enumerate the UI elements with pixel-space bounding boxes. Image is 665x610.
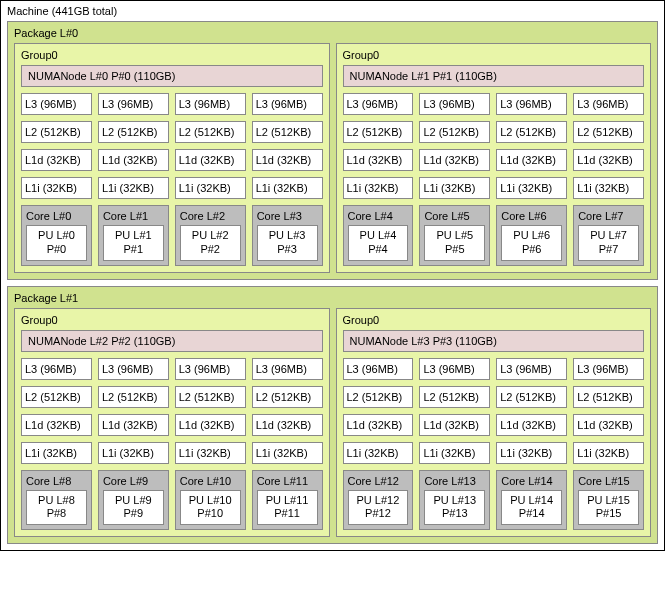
core-title: Core L#12 bbox=[348, 474, 409, 490]
pu-p: P#10 bbox=[197, 507, 223, 519]
l3-cache: L3 (96MB) bbox=[419, 93, 490, 115]
pu-p: P#9 bbox=[124, 507, 144, 519]
group-title: Group0 bbox=[21, 47, 323, 65]
core-box: Core L#9 PU L#9P#9 bbox=[98, 470, 169, 531]
core-title: Core L#10 bbox=[180, 474, 241, 490]
l3-cache: L3 (96MB) bbox=[573, 93, 644, 115]
l1d-row: L1d (32KB) L1d (32KB) L1d (32KB) L1d (32… bbox=[21, 149, 323, 171]
pu-p: P#3 bbox=[277, 243, 297, 255]
numa-node: NUMANode L#3 P#3 (110GB) bbox=[343, 330, 645, 352]
pu-box: PU L#0P#0 bbox=[26, 225, 87, 261]
l3-cache: L3 (96MB) bbox=[573, 358, 644, 380]
package-0: Package L#0 Group0 NUMANode L#0 P#0 (110… bbox=[7, 21, 658, 280]
l3-cache: L3 (96MB) bbox=[175, 358, 246, 380]
l3-cache: L3 (96MB) bbox=[21, 358, 92, 380]
l3-cache: L3 (96MB) bbox=[419, 358, 490, 380]
pu-l: PU L#4 bbox=[360, 229, 397, 241]
l2-cache: L2 (512KB) bbox=[252, 386, 323, 408]
l3-row: L3 (96MB) L3 (96MB) L3 (96MB) L3 (96MB) bbox=[21, 93, 323, 115]
pu-l: PU L#12 bbox=[357, 494, 400, 506]
l1d-cache: L1d (32KB) bbox=[175, 414, 246, 436]
l3-row: L3 (96MB) L3 (96MB) L3 (96MB) L3 (96MB) bbox=[343, 93, 645, 115]
l1d-row: L1d (32KB) L1d (32KB) L1d (32KB) L1d (32… bbox=[343, 149, 645, 171]
core-box: Core L#4 PU L#4P#4 bbox=[343, 205, 414, 266]
l1i-cache: L1i (32KB) bbox=[175, 177, 246, 199]
l1i-cache: L1i (32KB) bbox=[175, 442, 246, 464]
group-0: Group0 NUMANode L#2 P#2 (110GB) L3 (96MB… bbox=[14, 308, 330, 538]
core-title: Core L#14 bbox=[501, 474, 562, 490]
l1i-row: L1i (32KB) L1i (32KB) L1i (32KB) L1i (32… bbox=[343, 177, 645, 199]
l3-cache: L3 (96MB) bbox=[343, 358, 414, 380]
l1d-cache: L1d (32KB) bbox=[21, 414, 92, 436]
l1d-cache: L1d (32KB) bbox=[496, 414, 567, 436]
pu-box: PU L#4P#4 bbox=[348, 225, 409, 261]
l1i-cache: L1i (32KB) bbox=[343, 442, 414, 464]
l1i-cache: L1i (32KB) bbox=[252, 177, 323, 199]
cores-row: Core L#4 PU L#4P#4 Core L#5 PU L#5P#5 Co… bbox=[343, 205, 645, 266]
pu-l: PU L#9 bbox=[115, 494, 152, 506]
l1i-cache: L1i (32KB) bbox=[573, 177, 644, 199]
l1d-cache: L1d (32KB) bbox=[252, 414, 323, 436]
core-box: Core L#1 PU L#1P#1 bbox=[98, 205, 169, 266]
pu-p: P#2 bbox=[200, 243, 220, 255]
l2-cache: L2 (512KB) bbox=[343, 386, 414, 408]
pu-l: PU L#8 bbox=[38, 494, 75, 506]
l3-cache: L3 (96MB) bbox=[343, 93, 414, 115]
l1i-cache: L1i (32KB) bbox=[496, 177, 567, 199]
group-0: Group0 NUMANode L#0 P#0 (110GB) L3 (96MB… bbox=[14, 43, 330, 273]
l2-cache: L2 (512KB) bbox=[21, 386, 92, 408]
pu-p: P#5 bbox=[445, 243, 465, 255]
l1i-cache: L1i (32KB) bbox=[419, 177, 490, 199]
core-title: Core L#6 bbox=[501, 209, 562, 225]
group-title: Group0 bbox=[343, 312, 645, 330]
l2-row: L2 (512KB) L2 (512KB) L2 (512KB) L2 (512… bbox=[21, 386, 323, 408]
group-title: Group0 bbox=[21, 312, 323, 330]
pu-p: P#0 bbox=[47, 243, 67, 255]
l3-row: L3 (96MB) L3 (96MB) L3 (96MB) L3 (96MB) bbox=[343, 358, 645, 380]
pu-box: PU L#8P#8 bbox=[26, 490, 87, 526]
l1d-cache: L1d (32KB) bbox=[343, 414, 414, 436]
core-box: Core L#5 PU L#5P#5 bbox=[419, 205, 490, 266]
package-title: Package L#0 bbox=[14, 25, 651, 43]
l1i-cache: L1i (32KB) bbox=[21, 177, 92, 199]
pu-p: P#6 bbox=[522, 243, 542, 255]
core-box: Core L#8 PU L#8P#8 bbox=[21, 470, 92, 531]
core-title: Core L#13 bbox=[424, 474, 485, 490]
l3-cache: L3 (96MB) bbox=[496, 358, 567, 380]
numa-node: NUMANode L#2 P#2 (110GB) bbox=[21, 330, 323, 352]
pu-box: PU L#12P#12 bbox=[348, 490, 409, 526]
core-title: Core L#9 bbox=[103, 474, 164, 490]
l1i-cache: L1i (32KB) bbox=[496, 442, 567, 464]
l2-cache: L2 (512KB) bbox=[175, 121, 246, 143]
l1d-cache: L1d (32KB) bbox=[98, 414, 169, 436]
l2-cache: L2 (512KB) bbox=[98, 386, 169, 408]
pu-p: P#15 bbox=[596, 507, 622, 519]
l1d-cache: L1d (32KB) bbox=[573, 414, 644, 436]
core-title: Core L#1 bbox=[103, 209, 164, 225]
l2-cache: L2 (512KB) bbox=[419, 121, 490, 143]
l1i-cache: L1i (32KB) bbox=[343, 177, 414, 199]
core-box: Core L#2 PU L#2P#2 bbox=[175, 205, 246, 266]
core-box: Core L#6 PU L#6P#6 bbox=[496, 205, 567, 266]
pu-p: P#12 bbox=[365, 507, 391, 519]
l2-cache: L2 (512KB) bbox=[21, 121, 92, 143]
l3-cache: L3 (96MB) bbox=[98, 93, 169, 115]
l2-row: L2 (512KB) L2 (512KB) L2 (512KB) L2 (512… bbox=[21, 121, 323, 143]
core-box: Core L#10 PU L#10P#10 bbox=[175, 470, 246, 531]
pu-p: P#1 bbox=[124, 243, 144, 255]
pu-box: PU L#3P#3 bbox=[257, 225, 318, 261]
l3-cache: L3 (96MB) bbox=[252, 358, 323, 380]
l2-cache: L2 (512KB) bbox=[343, 121, 414, 143]
l2-cache: L2 (512KB) bbox=[252, 121, 323, 143]
l2-cache: L2 (512KB) bbox=[496, 386, 567, 408]
l2-row: L2 (512KB) L2 (512KB) L2 (512KB) L2 (512… bbox=[343, 121, 645, 143]
l1d-cache: L1d (32KB) bbox=[252, 149, 323, 171]
pu-p: P#13 bbox=[442, 507, 468, 519]
l3-cache: L3 (96MB) bbox=[175, 93, 246, 115]
l2-cache: L2 (512KB) bbox=[419, 386, 490, 408]
pu-box: PU L#5P#5 bbox=[424, 225, 485, 261]
pu-l: PU L#0 bbox=[38, 229, 75, 241]
l1d-cache: L1d (32KB) bbox=[21, 149, 92, 171]
group-title: Group0 bbox=[343, 47, 645, 65]
l3-row: L3 (96MB) L3 (96MB) L3 (96MB) L3 (96MB) bbox=[21, 358, 323, 380]
